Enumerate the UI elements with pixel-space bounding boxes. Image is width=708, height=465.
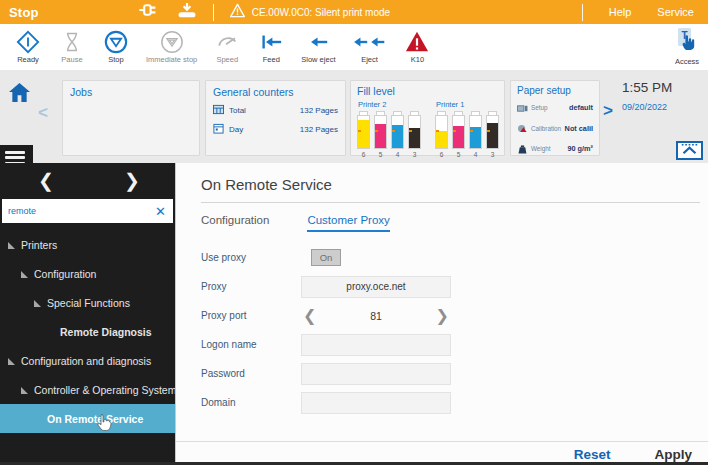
topbar: Stop CE.00W.0C0: Silent print mode Help … [0, 0, 708, 24]
service-button[interactable]: Service [657, 6, 694, 18]
footer-divider [176, 441, 708, 442]
sidebar-item-label: Configuration and diagnosis [21, 355, 151, 367]
domain-label: Domain [201, 397, 301, 408]
access-button[interactable]: T Access [674, 26, 700, 66]
sidebar-item-label: Special Functions [47, 297, 130, 309]
topbar-divider [213, 4, 214, 21]
paper-row-calibration: CalibrationNot calil [517, 119, 593, 137]
proxy-port-label: Proxy port [201, 310, 301, 321]
toolbar-item-feed[interactable]: Feed [249, 25, 293, 69]
warning-triangle-icon [229, 3, 246, 22]
main-content: On Remote Service ConfigurationCustomer … [175, 163, 708, 465]
dashboard-scroll-left[interactable]: < [38, 103, 48, 123]
counter-row-day: Day132 Pages [213, 123, 338, 136]
ink-bottle-yellow: 6 [357, 111, 370, 158]
pause-icon [61, 30, 83, 54]
tab-configuration[interactable]: Configuration [201, 214, 269, 232]
sidebar-item-label: Printers [21, 239, 57, 251]
speed-icon [215, 30, 240, 54]
jobs-title: Jobs [70, 86, 192, 98]
ink-bottle-black: 3 [408, 111, 421, 158]
output-tray-icon[interactable] [176, 2, 198, 23]
toolbar-item-slow-eject[interactable]: Slow eject [293, 25, 343, 69]
proxy-form: Use proxy On Proxy Proxy port ❮ 81 ❯ [176, 243, 708, 417]
expand-triangle-icon [21, 268, 34, 280]
toolbar-item-immediate-stop[interactable]: Immediate stop [138, 25, 205, 69]
proxy-field[interactable] [301, 276, 451, 298]
chevron-up-icon [680, 143, 699, 158]
toolbar-item-k10[interactable]: K10 [395, 25, 439, 69]
sidebar-item-configuration-and-diagnosis[interactable]: Configuration and diagnosis [0, 346, 175, 375]
proxy-port-value: 81 [370, 310, 382, 322]
eject-icon [351, 30, 387, 54]
toolbar-item-pause[interactable]: Pause [50, 25, 94, 69]
toolbar-item-speed[interactable]: Speed [205, 25, 249, 69]
title-divider [201, 202, 700, 203]
expand-triangle-icon [8, 239, 21, 251]
topbar-divider-right [582, 4, 583, 21]
expand-triangle-icon [8, 355, 21, 367]
tab-customer-proxy[interactable]: Customer Proxy [307, 214, 389, 232]
ink-bottle-yellow: 6 [435, 111, 448, 158]
ready-icon [16, 30, 40, 54]
sidebar-item-printers[interactable]: Printers [0, 230, 175, 259]
total-icon [213, 104, 229, 117]
feed-icon [259, 30, 283, 54]
sidebar-item-label: Configuration [34, 268, 96, 280]
printer-label: Printer 2 [358, 100, 421, 109]
connector-plug-icon[interactable] [137, 2, 161, 22]
fill-group-printer-2: Printer 26543 [357, 98, 421, 158]
domain-field[interactable] [301, 392, 451, 414]
proxy-label: Proxy [201, 281, 301, 292]
tab-bar: ConfigurationCustomer Proxy [201, 214, 708, 232]
apply-button[interactable]: Apply [654, 447, 692, 462]
toolbar-item-eject[interactable]: Eject [343, 25, 395, 69]
password-label: Password [201, 368, 301, 379]
printer-controller-screen: Stop CE.00W.0C0: Silent print mode Help … [0, 0, 708, 465]
general-counters-panel[interactable]: General counters Total132 PagesDay132 Pa… [205, 80, 346, 156]
sidebar-item-remote-diagnosis[interactable]: Remote Diagnosis [0, 317, 175, 346]
port-increment-button[interactable]: ❯ [434, 308, 451, 324]
use-proxy-label: Use proxy [201, 252, 301, 263]
help-button[interactable]: Help [609, 6, 632, 18]
port-decrement-button[interactable]: ❮ [301, 308, 318, 324]
jobs-panel[interactable]: Jobs [62, 80, 200, 156]
sidebar-item-label: Controller & Operating System [34, 384, 176, 396]
toolbar: ReadyPauseStopImmediate stopSpeedFeedSlo… [0, 24, 708, 70]
logon-name-label: Logon name [201, 339, 301, 350]
toolbar-item-ready[interactable]: Ready [6, 25, 50, 69]
ink-bottle-magenta: 5 [452, 111, 465, 158]
sidebar-item-on-remote-service[interactable]: On Remote Service [0, 404, 175, 433]
sidebar-nav-list: PrintersConfigurationSpecial FunctionsRe… [0, 230, 175, 433]
reset-button[interactable]: Reset [574, 447, 611, 462]
sidebar-item-controller-operating-system[interactable]: Controller & Operating System [0, 375, 175, 404]
fill-level-panel[interactable]: Fill level Printer 26543Printer 16543 [350, 80, 505, 156]
dashboard-scroll-right[interactable]: > [603, 101, 613, 121]
sidebar-item-configuration[interactable]: Configuration [0, 259, 175, 288]
collapse-dashboard-button[interactable] [676, 141, 703, 160]
use-proxy-toggle[interactable]: On [311, 249, 341, 266]
date-display: 09/20/2022 [622, 102, 672, 112]
nav-back-arrow[interactable]: ❮ [38, 170, 54, 192]
paper-row-setup: Setupdefault [517, 99, 593, 117]
search-input[interactable] [2, 206, 148, 216]
ink-bottle-magenta: 5 [374, 111, 387, 158]
password-field[interactable] [301, 363, 451, 385]
calibration-icon [517, 119, 531, 137]
sidebar-item-special-functions[interactable]: Special Functions [0, 288, 175, 317]
clear-search-icon[interactable]: ✕ [155, 205, 166, 218]
sidebar-item-label: On Remote Service [47, 413, 143, 425]
logon-name-field[interactable] [301, 334, 451, 356]
proxy-port-stepper: ❮ 81 ❯ [301, 308, 451, 324]
access-hand-icon: T [674, 26, 700, 56]
toolbar-item-stop[interactable]: Stop [94, 25, 138, 69]
day-icon [213, 123, 229, 136]
printer-label: Printer 1 [436, 100, 499, 109]
clock-panel: 1:55 PM 09/20/2022 [622, 80, 672, 112]
home-icon[interactable] [8, 82, 31, 107]
paper-setup-panel[interactable]: Paper setup SetupdefaultCalibrationNot c… [510, 80, 600, 156]
immediate-stop-icon [160, 30, 184, 54]
nav-forward-arrow[interactable]: ❯ [124, 170, 140, 192]
sidebar-search-box: ✕ [2, 199, 173, 223]
time-display: 1:55 PM [622, 80, 672, 95]
